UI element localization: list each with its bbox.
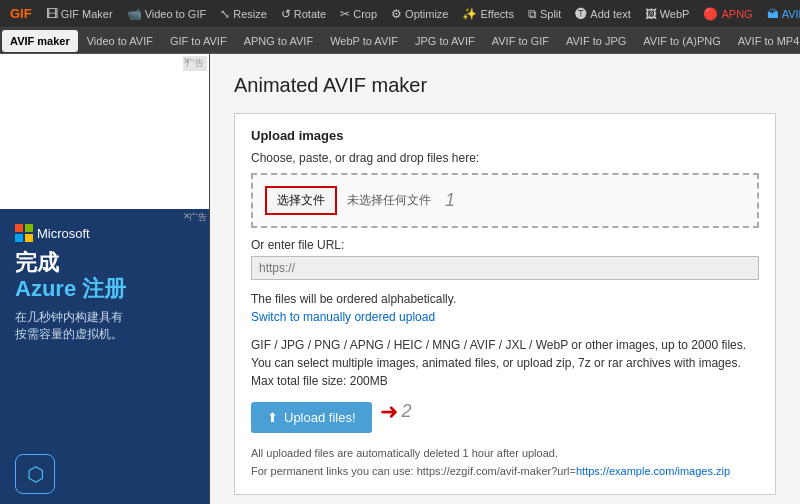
ad-bottom: 广告 ✕ Microsoft 完成 Azure 注册 在几秒钟内构建具有按需容 [0,209,209,504]
upload-section: Upload images Choose, paste, or drag and… [234,113,776,495]
annotation-arrow-2: ➜ [380,399,398,425]
effects-icon: ✨ [462,7,477,21]
file-select-button[interactable]: 选择文件 [265,186,337,215]
ad-label-bottom: 广告 [189,211,207,224]
tab-jpg-to-avif[interactable]: JPG to AVIF [407,30,483,52]
content-area: Animated AVIF maker Upload images Choose… [210,54,800,504]
nav-crop[interactable]: ✂ Crop [334,4,383,24]
url-input[interactable] [251,256,759,280]
sidebar: 广告 ✕ 广告 ✕ Microsoft 完成 Azure [0,54,210,504]
main-layout: 广告 ✕ 广告 ✕ Microsoft 完成 Azure [0,54,800,504]
add-text-icon: 🅣 [575,7,587,21]
nav-webp[interactable]: 🖼 WebP [639,4,696,24]
logo[interactable]: GIF [4,3,38,24]
tab-apng-to-avif[interactable]: APNG to AVIF [236,30,322,52]
split-icon: ⧉ [528,7,537,21]
resize-icon: ⤡ [220,7,230,21]
upload-row: ⬆ Upload files! ➜ 2 [251,390,759,433]
tab-gif-to-avif[interactable]: GIF to AVIF [162,30,235,52]
rotate-icon: ↺ [281,7,291,21]
video-to-gif-icon: 📹 [127,7,142,21]
tab-avif-to-gif[interactable]: AVIF to GIF [484,30,557,52]
drop-label: Choose, paste, or drag and drop files he… [251,151,759,165]
nav-add-text[interactable]: 🅣 Add text [569,4,636,24]
tab-webp-to-avif[interactable]: WebP to AVIF [322,30,406,52]
url-label: Or enter file URL: [251,238,759,252]
tab-avif-to-mp4[interactable]: AVIF to MP4 [730,30,800,52]
ad-close-top[interactable]: ✕ [183,56,191,66]
tab-avif-to-jpg[interactable]: AVIF to JPG [558,30,634,52]
permanent-link[interactable]: https://example.com/images.zip [576,465,730,477]
upload-button[interactable]: ⬆ Upload files! [251,402,372,433]
nav-apng[interactable]: 🔴 APNG [697,4,758,24]
webp-icon: 🖼 [645,7,657,21]
annotation-2: 2 [402,401,412,422]
top-nav-bar: GIF 🎞 GIF Maker 📹 Video to GIF ⤡ Resize … [0,0,800,28]
nav-avif[interactable]: 🏔 AVIF [761,4,800,24]
tab-avif-maker[interactable]: AVIF maker [2,30,78,52]
switch-order-link[interactable]: Switch to manually ordered upload [251,310,435,324]
upload-icon: ⬆ [267,410,278,425]
nav-effects[interactable]: ✨ Effects [456,4,519,24]
page-title: Animated AVIF maker [234,74,776,97]
bottom-info: All uploaded files are automatically del… [251,445,759,480]
ad-headline: 完成 Azure 注册 [15,250,194,303]
tab-bar: AVIF maker Video to AVIF GIF to AVIF APN… [0,28,800,54]
order-info: The files will be ordered alphabetically… [251,290,759,326]
ad-top: 广告 ✕ [0,54,209,209]
nav-gif-maker[interactable]: 🎞 GIF Maker [40,4,119,24]
ad-subtext: 在几秒钟内构建具有按需容量的虚拟机。 [15,309,194,343]
tab-avif-to-apng[interactable]: AVIF to (A)PNG [635,30,728,52]
annotation-1: 1 [445,190,455,211]
format-info: GIF / JPG / PNG / APNG / HEIC / MNG / AV… [251,336,759,390]
no-file-text: 未选择任何文件 [347,192,431,209]
nav-resize[interactable]: ⤡ Resize [214,4,273,24]
nav-split[interactable]: ⧉ Split [522,4,567,24]
ad-close-bottom[interactable]: ✕ [183,211,191,221]
nav-video-to-gif[interactable]: 📹 Video to GIF [121,4,213,24]
ms-squares-icon [15,224,33,242]
drop-zone[interactable]: 选择文件 未选择任何文件 1 [251,173,759,228]
nav-optimize[interactable]: ⚙ Optimize [385,4,454,24]
nav-rotate[interactable]: ↺ Rotate [275,4,332,24]
optimize-icon: ⚙ [391,7,402,21]
azure-icon: ⬡ [15,454,55,494]
tab-video-to-avif[interactable]: Video to AVIF [79,30,161,52]
crop-icon: ✂ [340,7,350,21]
microsoft-text: Microsoft [37,226,90,241]
apng-icon: 🔴 [703,7,718,21]
microsoft-logo: Microsoft [15,224,194,242]
upload-section-title: Upload images [251,128,759,143]
gif-maker-icon: 🎞 [46,7,58,21]
avif-icon: 🏔 [767,7,779,21]
